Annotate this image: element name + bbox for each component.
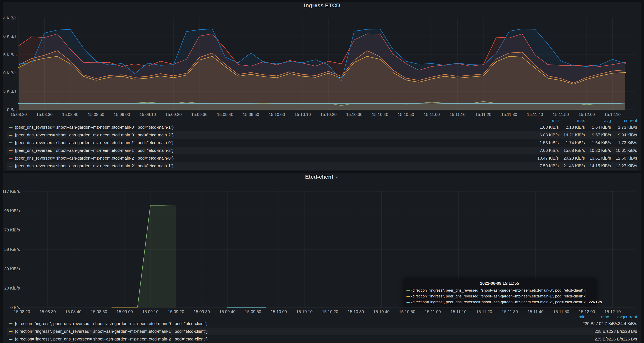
tooltip-timestamp: 2022-06-09 15:11:55 bbox=[406, 281, 592, 286]
svg-text:15:11:20: 15:11:20 bbox=[476, 309, 492, 314]
svg-text:59 KiB/s: 59 KiB/s bbox=[4, 247, 20, 252]
series-label[interactable]: {direction="ingress", peer_dns_reversed=… bbox=[15, 329, 208, 334]
svg-text:15:08:30: 15:08:30 bbox=[40, 309, 56, 314]
series-label[interactable]: {direction="ingress", peer_dns_reversed=… bbox=[15, 337, 208, 342]
legend-value-max: 14.21 KiB/s bbox=[559, 133, 585, 137]
legend-value-avg: 225 B/s bbox=[623, 337, 637, 342]
series-label[interactable]: {peer_dns_reversed="shoot--ash-garden--m… bbox=[15, 164, 174, 168]
tooltip-series-label: {direction="ingress", peer_dns_reversed=… bbox=[411, 294, 586, 299]
timeseries-svg: 15:08:2015:08:3015:08:4015:08:5015:09:00… bbox=[3, 9, 641, 118]
legend-value-max: 102.7 KiB/s bbox=[597, 321, 618, 326]
svg-text:15:11:10: 15:11:10 bbox=[450, 112, 466, 117]
legend: min max avg current {direction="ingress"… bbox=[3, 314, 641, 343]
svg-text:15:11:50: 15:11:50 bbox=[553, 309, 569, 314]
series-color-swatch bbox=[406, 302, 410, 303]
legend-header-current[interactable]: current bbox=[624, 315, 637, 320]
legend-value-min: 10.47 KiB/s bbox=[532, 156, 559, 161]
series-color-swatch bbox=[9, 150, 12, 151]
legend-value-current: 9.94 KiB/s bbox=[611, 133, 637, 137]
panel-ingress-etcd: Ingress ETCD 15:08:2015:08:3015:08:4015:… bbox=[3, 2, 641, 171]
panel-header[interactable]: Ingress ETCD bbox=[3, 2, 641, 9]
svg-text:15:08:20: 15:08:20 bbox=[14, 309, 30, 314]
legend-value-min: 1.08 KiB/s bbox=[532, 125, 559, 130]
legend-row: {peer_dns_reversed="shoot--ash-garden--m… bbox=[7, 154, 637, 162]
legend-value-max: 15.68 KiB/s bbox=[559, 148, 585, 153]
svg-text:15:08:40: 15:08:40 bbox=[65, 309, 82, 314]
legend-value-current: 12.60 KiB/s bbox=[611, 156, 637, 161]
legend-value-max: 21.46 KiB/s bbox=[559, 164, 585, 168]
series-1 bbox=[112, 307, 138, 308]
legend-row: {peer_dns_reversed="shoot--ash-garden--m… bbox=[7, 162, 637, 170]
series-label[interactable]: {peer_dns_reversed="shoot--ash-garden--m… bbox=[15, 140, 174, 145]
svg-text:15:09:50: 15:09:50 bbox=[243, 112, 259, 117]
legend-row: {peer_dns_reversed="shoot--ash-garden--m… bbox=[7, 139, 637, 147]
series-label[interactable]: {peer_dns_reversed="shoot--ash-garden--m… bbox=[15, 148, 174, 153]
series-color-swatch bbox=[9, 331, 12, 332]
svg-text:15:10:20: 15:10:20 bbox=[322, 309, 338, 314]
legend-value-max: 20.23 KiB/s bbox=[559, 156, 585, 161]
svg-text:15 KiB/s: 15 KiB/s bbox=[3, 52, 16, 57]
legend-header-avg[interactable]: avg bbox=[609, 315, 624, 320]
svg-text:15:09:10: 15:09:10 bbox=[140, 112, 156, 117]
legend-value-avg: 10.20 KiB/s bbox=[585, 148, 611, 153]
series-label[interactable]: {peer_dns_reversed="shoot--ash-garden--m… bbox=[15, 125, 174, 130]
series-color-swatch bbox=[9, 135, 12, 136]
legend-value-current: 10.61 KiB/s bbox=[611, 148, 637, 153]
legend-header-min[interactable]: min bbox=[532, 118, 559, 123]
legend-header-row: min max avg current bbox=[7, 118, 637, 123]
legend-header-avg[interactable]: avg bbox=[585, 118, 611, 123]
legend-value-avg: 13.61 KiB/s bbox=[585, 156, 611, 161]
svg-text:0 B/s: 0 B/s bbox=[7, 107, 16, 112]
panel-title[interactable]: Etcd-client bbox=[305, 174, 333, 180]
legend-value-min: 1.53 KiB/s bbox=[532, 140, 559, 145]
legend-value-avg: 9.57 KiB/s bbox=[585, 133, 611, 137]
series-label[interactable]: {peer_dns_reversed="shoot--ash-garden--m… bbox=[15, 156, 174, 161]
legend-value-current: 12.27 KiB/s bbox=[611, 164, 637, 168]
svg-text:15:08:40: 15:08:40 bbox=[62, 112, 78, 117]
svg-text:10 KiB/s: 10 KiB/s bbox=[3, 71, 16, 75]
svg-text:15:11:20: 15:11:20 bbox=[476, 112, 491, 117]
svg-text:15:11:00: 15:11:00 bbox=[425, 309, 441, 314]
panel-title[interactable]: Ingress ETCD bbox=[304, 2, 340, 9]
svg-text:15:11:10: 15:11:10 bbox=[450, 309, 466, 314]
series-color-swatch bbox=[406, 296, 410, 297]
svg-text:15:09:40: 15:09:40 bbox=[217, 112, 233, 117]
chevron-down-icon bbox=[335, 175, 339, 179]
legend-value-max: 1.74 KiB/s bbox=[559, 140, 585, 145]
svg-text:15:10:20: 15:10:20 bbox=[320, 112, 337, 117]
series-label[interactable]: {direction="ingress", peer_dns_reversed=… bbox=[15, 321, 208, 326]
svg-text:78 KiB/s: 78 KiB/s bbox=[4, 228, 20, 232]
legend-value-min: 225 B/s bbox=[594, 337, 609, 342]
svg-text:15:11:40: 15:11:40 bbox=[527, 112, 543, 117]
legend-value-max: 2.18 KiB/s bbox=[559, 125, 585, 130]
tooltip-series-label: {direction="ingress", peer_dns_reversed=… bbox=[411, 300, 586, 304]
svg-text:15:11:40: 15:11:40 bbox=[528, 309, 544, 314]
svg-text:15:10:50: 15:10:50 bbox=[398, 112, 414, 117]
svg-text:39 KiB/s: 39 KiB/s bbox=[4, 267, 20, 271]
legend-header-min[interactable]: min bbox=[559, 315, 586, 320]
svg-text:15:10:10: 15:10:10 bbox=[296, 309, 312, 314]
series-0 bbox=[112, 206, 176, 308]
legend-header-max[interactable]: max bbox=[586, 315, 609, 320]
series-color-swatch bbox=[9, 323, 12, 324]
svg-text:15:12:10: 15:12:10 bbox=[604, 112, 620, 117]
legend-value-min: 6.83 KiB/s bbox=[532, 133, 559, 137]
panel-etcd-client: Etcd-client 15:08:2015:08:3015:08:4015:0… bbox=[3, 173, 641, 343]
svg-text:15:11:00: 15:11:00 bbox=[424, 112, 440, 117]
svg-text:15:10:40: 15:10:40 bbox=[372, 112, 388, 117]
series-label[interactable]: {peer_dns_reversed="shoot--ash-garden--m… bbox=[15, 133, 174, 137]
svg-text:15:09:20: 15:09:20 bbox=[168, 309, 184, 314]
panel-header[interactable]: Etcd-client bbox=[3, 173, 641, 180]
svg-text:15:09:30: 15:09:30 bbox=[194, 309, 210, 314]
legend-header-current[interactable]: current bbox=[611, 118, 637, 123]
legend-header-max[interactable]: max bbox=[559, 118, 585, 123]
svg-text:15:11:30: 15:11:30 bbox=[501, 112, 517, 117]
legend-value-max: 228 B/s bbox=[609, 329, 623, 334]
svg-text:20 KiB/s: 20 KiB/s bbox=[3, 34, 16, 39]
legend-value-avg: 1.64 KiB/s bbox=[585, 140, 611, 145]
ingress-etcd-chart[interactable]: 15:08:2015:08:3015:08:4015:08:5015:09:00… bbox=[3, 9, 641, 118]
legend-value-avg: 34.4 KiB/s bbox=[618, 321, 637, 326]
tooltip-series-value: 226 B/s bbox=[586, 300, 602, 304]
svg-text:15:08:30: 15:08:30 bbox=[36, 112, 53, 117]
svg-text:5 KiB/s: 5 KiB/s bbox=[3, 89, 16, 94]
